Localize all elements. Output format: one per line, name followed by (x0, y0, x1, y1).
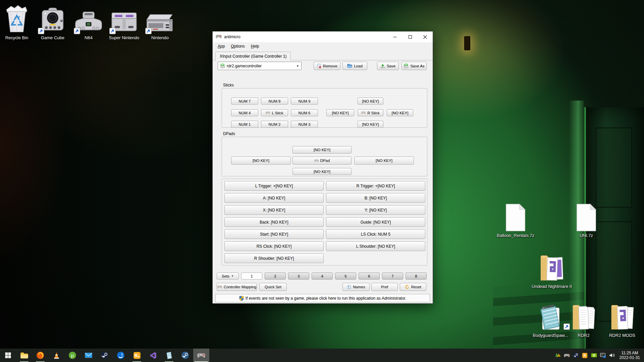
lstick-down-button[interactable]: NUM 2 (261, 121, 288, 128)
l-trigger-button[interactable]: L Trigger: +[NO KEY] (224, 181, 324, 191)
desktop-icon-nintendo[interactable]: Nintendo (143, 3, 177, 40)
minimize-button[interactable] (387, 32, 402, 42)
desktop-icon-balloon-rentals[interactable]: Balloon_Rentals.7z (495, 200, 536, 238)
save-button[interactable]: Save (377, 62, 399, 70)
y-button[interactable]: Y: [NO KEY] (326, 205, 425, 215)
lstick-up-button[interactable]: NUM 8 (261, 98, 288, 105)
rstick-up-button[interactable]: [NO KEY] (358, 98, 383, 105)
dpad-left-button[interactable]: [NO KEY] (231, 157, 291, 165)
quick-set-button[interactable]: Quick Set (259, 283, 287, 291)
lstick-left-button[interactable]: NUM 4 (231, 109, 258, 116)
pref-button[interactable]: Pref (371, 283, 398, 291)
profile-dropdown[interactable]: rdr2.gamecontroller ▼ (218, 62, 302, 70)
gamecube-console-icon (36, 3, 69, 34)
guide-button[interactable]: Guide: [NO KEY] (326, 217, 425, 227)
status-bar[interactable]: If events are not seen by a game, please… (215, 294, 430, 302)
dpad-right-button[interactable]: [NO KEY] (354, 157, 414, 165)
lstick-right-button[interactable]: NUM 6 (291, 109, 318, 116)
tab-controller[interactable]: XInput Controller (Game Controller 1) (215, 52, 291, 60)
controller-mapping-button[interactable]: Controller Mapping (217, 283, 257, 291)
set-7-button[interactable]: 7 (382, 273, 403, 280)
dpad-config-button[interactable]: DPad (292, 157, 352, 165)
desktop-icon-game-cube[interactable]: Game Cube (36, 3, 69, 40)
dpad-up-button[interactable]: [NO KEY] (292, 146, 352, 154)
set-6-button[interactable]: 6 (359, 273, 380, 280)
taskbar-rockstar-games[interactable]: R (129, 349, 145, 362)
tray-tree-warning-icon[interactable] (555, 352, 561, 358)
start-button[interactable]: Start: [NO KEY] (224, 229, 324, 239)
title-bar[interactable]: antimicro (213, 32, 433, 42)
refresh-icon (405, 285, 410, 289)
reset-button[interactable]: Reset (400, 283, 426, 291)
tray-nvidia-icon[interactable] (591, 352, 597, 358)
save-as-button[interactable]: Save As (401, 62, 427, 70)
set-5-button[interactable]: 5 (335, 273, 356, 280)
desktop-icon-rdr2[interactable]: RDR2 (563, 300, 604, 338)
taskbar-battle-net[interactable] (113, 349, 129, 362)
desktop-icon-uni[interactable]: UNI.7z (566, 200, 607, 238)
taskbar-mail[interactable] (80, 349, 97, 362)
desktop-icon-rdr2-mods[interactable]: RDR2 MODS (601, 300, 643, 338)
rstick-left-button[interactable]: [NO KEY] (326, 109, 354, 116)
names-button[interactable]: Names (342, 283, 370, 291)
taskbar-clock[interactable]: 11:25 AM 2022-01-31 (620, 351, 640, 360)
desktop-icon-super-nintendo[interactable]: Super Nintendo (107, 3, 141, 40)
lstick-down-right-button[interactable]: NUM 3 (291, 121, 318, 128)
x-button[interactable]: X: [NO KEY] (224, 205, 324, 215)
a-button[interactable]: A: [NO KEY] (224, 193, 324, 203)
dpad-down-button[interactable]: [NO KEY] (292, 168, 352, 175)
menu-options[interactable]: Options (228, 43, 248, 50)
shortcut-arrow-icon (74, 28, 80, 34)
taskbar-steam-alt[interactable] (177, 349, 193, 362)
app-gamepad-icon (216, 34, 222, 40)
taskbar-visual-studio[interactable] (145, 349, 161, 362)
rs-click-button[interactable]: RS Click: [NO KEY] (224, 241, 324, 251)
taskbar-steam[interactable] (97, 349, 113, 362)
lstick-config-button[interactable]: L Stick (261, 109, 288, 116)
chevron-down-icon: ▼ (231, 275, 234, 278)
l-shoulder-button[interactable]: L Shoulder: [NO KEY] (326, 241, 425, 251)
set-4-button[interactable]: 4 (312, 273, 333, 280)
taskbar-antimicro[interactable] (193, 349, 209, 362)
set-2-button[interactable]: 2 (265, 273, 286, 280)
desktop-icon-n64[interactable]: N64 (72, 3, 105, 40)
tray-display-capture-icon[interactable] (600, 352, 606, 358)
menu-app[interactable]: App (215, 43, 228, 50)
set-3-button[interactable]: 3 (288, 273, 309, 280)
set-1-button[interactable]: 1 (241, 273, 262, 280)
tray-rockstar-icon[interactable]: R (582, 352, 588, 358)
lstick-up-right-button[interactable]: NUM 9 (291, 98, 318, 105)
b-button[interactable]: B: [NO KEY] (326, 193, 425, 203)
r-shoulder-button[interactable]: R Shoulder: [NO KEY] (224, 253, 324, 263)
taskbar-utorrent[interactable]: µ (64, 349, 80, 362)
tray-volume-icon[interactable] (609, 352, 615, 358)
tray-steam-icon[interactable] (573, 352, 579, 358)
lstick-down-left-button[interactable]: NUM 1 (231, 121, 258, 128)
start-button[interactable] (0, 349, 16, 362)
set-8-button[interactable]: 8 (406, 273, 427, 280)
tray-antimicro-icon[interactable] (564, 352, 570, 358)
desktop-icon-undead-nightmare[interactable]: Undead Nightmare II (531, 251, 573, 289)
n64-console-icon (72, 3, 105, 34)
back-button[interactable]: Back: [NO KEY] (224, 217, 324, 227)
remove-document-icon (317, 64, 321, 68)
desktop-icon-recycle-bin[interactable]: Recycle Bin (0, 3, 34, 40)
r-trigger-button[interactable]: R Trigger: +[NO KEY] (326, 181, 425, 191)
taskbar-firefox[interactable] (32, 349, 48, 362)
rstick-right-button[interactable]: [NO KEY] (387, 109, 413, 116)
taskbar-vlc[interactable] (48, 349, 64, 362)
sets-dropdown-button[interactable]: Sets ▼ (217, 273, 239, 280)
rstick-config-button[interactable]: R Stick (358, 109, 383, 116)
load-button[interactable]: Load (342, 62, 367, 70)
lstick-up-left-button[interactable]: NUM 7 (231, 98, 258, 105)
taskbar-notepad[interactable] (161, 349, 177, 362)
rstick-down-button[interactable]: [NO KEY] (358, 121, 383, 128)
remove-button[interactable]: Remove (314, 62, 340, 70)
ls-click-button[interactable]: LS Click: NUM 5 (326, 229, 425, 239)
menu-help[interactable]: Help (248, 43, 262, 50)
taskbar-file-explorer[interactable] (16, 349, 32, 362)
maximize-button[interactable] (402, 32, 418, 42)
controller-buttons-frame: L Trigger: +[NO KEY] R Trigger: +[NO KEY… (222, 179, 427, 265)
close-button[interactable] (418, 32, 433, 42)
desktop-icon-label: UNI.7z (566, 233, 607, 238)
